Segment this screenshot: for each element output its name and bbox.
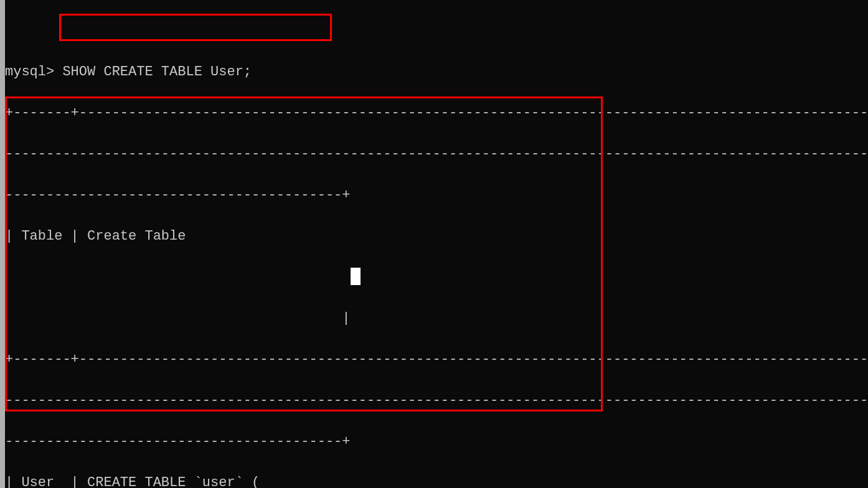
separator-line: ----------------------------------------… xyxy=(5,185,868,205)
separator-line: ----------------------------------------… xyxy=(5,390,868,411)
spacer-line: | xyxy=(5,308,868,329)
empty-line xyxy=(5,21,868,41)
command-line: mysql> SHOW CREATE TABLE User; xyxy=(5,62,868,82)
separator-line: ----------------------------------------… xyxy=(5,144,868,164)
table-header: | Table | Create Table xyxy=(5,226,868,246)
mysql-prompt: mysql> xyxy=(5,64,54,80)
separator-line: ----------------------------------------… xyxy=(5,431,868,452)
terminal-output[interactable]: mysql> SHOW CREATE TABLE User; +-------+… xyxy=(0,0,868,488)
create-table-line: | User | CREATE TABLE `user` ( xyxy=(5,472,868,488)
separator-line: +-------+-------------------------------… xyxy=(5,103,868,123)
cursor-line xyxy=(5,267,868,288)
cursor-icon xyxy=(351,268,361,285)
sql-command: SHOW CREATE TABLE User; xyxy=(54,64,252,80)
separator-line: +-------+-------------------------------… xyxy=(5,349,868,370)
